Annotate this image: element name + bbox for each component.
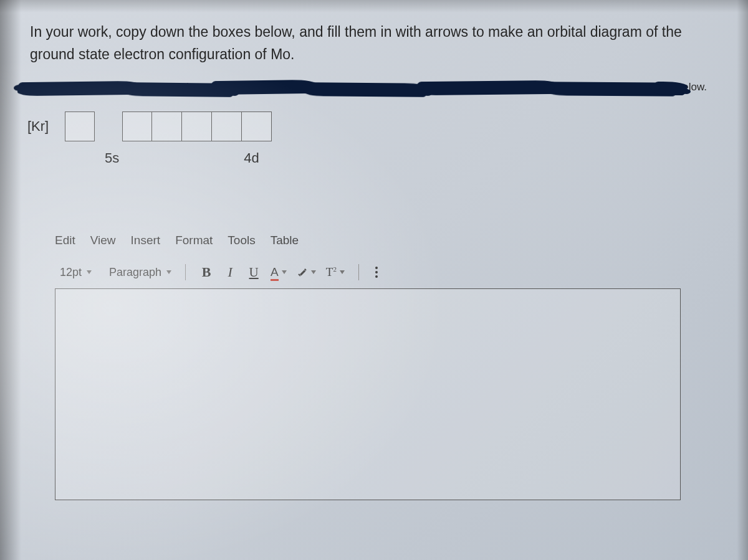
rich-text-editor: Edit View Insert Format Tools Table 12pt… <box>30 234 718 500</box>
text-color-dropdown[interactable]: A <box>267 263 290 282</box>
question-instruction: In your work, copy down the boxes below,… <box>30 21 709 65</box>
chevron-down-icon <box>166 270 171 274</box>
superscript-icon: T2 <box>326 265 337 279</box>
text-color-icon: A <box>271 265 279 279</box>
chevron-down-icon <box>340 270 345 274</box>
menu-table[interactable]: Table <box>271 234 299 247</box>
toolbar-separator <box>358 264 359 280</box>
noble-gas-core: [Kr] <box>27 118 49 135</box>
orbital-box <box>122 112 152 141</box>
menu-format[interactable]: Format <box>175 234 213 247</box>
highlighter-icon <box>297 267 308 278</box>
editor-toolbar: 12pt Paragraph B I U A T2 <box>55 262 681 282</box>
redacted-line: his based our work on or below. <box>30 79 718 102</box>
orbital-group-5s <box>65 112 95 141</box>
menu-view[interactable]: View <box>90 234 116 247</box>
underline-button[interactable]: U <box>243 262 264 282</box>
editor-menubar: Edit View Insert Format Tools Table <box>55 234 681 247</box>
font-size-dropdown[interactable]: 12pt <box>55 263 97 282</box>
sublevel-label-5s: 5s <box>105 150 119 166</box>
menu-insert[interactable]: Insert <box>131 234 161 247</box>
chevron-down-icon <box>311 270 316 274</box>
highlight-color-dropdown[interactable] <box>293 264 320 280</box>
orbital-box <box>242 112 272 141</box>
orbital-box <box>182 112 212 141</box>
chevron-down-icon <box>282 270 287 274</box>
italic-button[interactable]: I <box>219 262 241 282</box>
orbital-box <box>152 112 182 141</box>
editor-textarea[interactable] <box>55 288 681 500</box>
more-options-button[interactable] <box>372 263 381 282</box>
orbital-box <box>65 112 95 141</box>
sublevel-label-4d: 4d <box>244 150 259 166</box>
orbital-group-4d <box>122 112 272 141</box>
paragraph-value: Paragraph <box>109 266 161 279</box>
superscript-dropdown[interactable]: T2 <box>322 263 348 282</box>
bold-button[interactable]: B <box>196 262 217 282</box>
chevron-down-icon <box>87 270 92 274</box>
font-size-value: 12pt <box>60 266 82 279</box>
paragraph-dropdown[interactable]: Paragraph <box>104 263 176 282</box>
menu-tools[interactable]: Tools <box>228 234 255 247</box>
toolbar-separator <box>185 264 186 280</box>
orbital-box <box>212 112 242 141</box>
orbital-diagram: [Kr] <box>30 112 718 141</box>
menu-edit[interactable]: Edit <box>55 234 75 247</box>
